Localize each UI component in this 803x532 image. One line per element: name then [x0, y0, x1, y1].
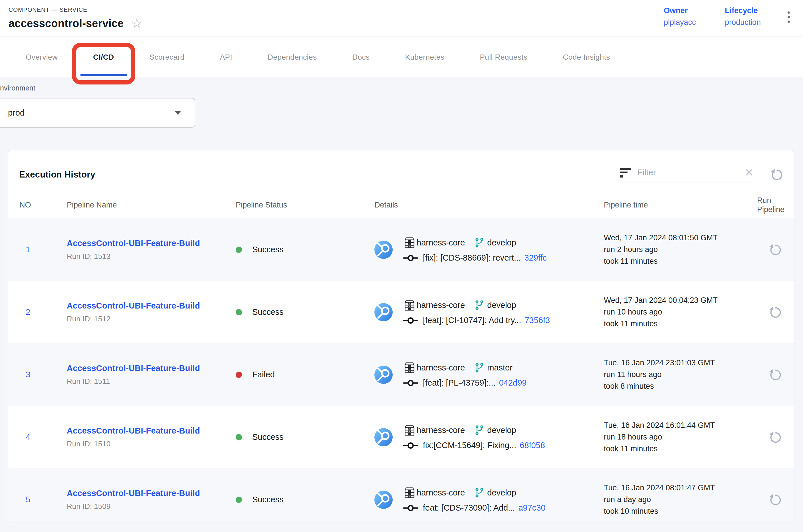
environment-select[interactable]: prod	[0, 98, 195, 128]
filter-input[interactable]	[637, 168, 744, 177]
tab-overview[interactable]: Overview	[8, 37, 75, 77]
harness-pipeline-icon[interactable]	[375, 303, 393, 321]
table-row: 2 AccessControl-UBI-Feature-Build Run ID…	[8, 281, 794, 343]
tab-bar: Overview CI/CD Scorecard API Dependencie…	[0, 37, 803, 77]
tab-code-insights[interactable]: Code Insights	[545, 37, 628, 77]
status-label: Success	[252, 432, 284, 442]
refresh-icon[interactable]	[770, 168, 784, 182]
filter-icon	[620, 167, 631, 178]
table-row: 1 AccessControl-UBI-Feature-Build Run ID…	[8, 218, 794, 281]
commit-message: [feat]: [CI-10747]: Add try...	[423, 316, 521, 325]
run-pipeline-icon[interactable]	[768, 493, 794, 507]
tab-cicd[interactable]: CI/CD	[75, 37, 132, 77]
page-title: accesscontrol-service	[8, 17, 123, 30]
tab-pull-requests[interactable]: Pull Requests	[462, 37, 545, 77]
repository-name: harness-core	[417, 301, 465, 310]
commit-hash-link[interactable]: 042d99	[499, 378, 527, 387]
harness-pipeline-icon[interactable]	[375, 428, 393, 446]
row-number: 4	[19, 432, 67, 442]
commit-message: feat: [CDS-73090]: Add...	[423, 503, 515, 513]
harness-pipeline-icon[interactable]	[375, 241, 393, 259]
col-header-details: Details	[375, 201, 604, 209]
git-branch-icon	[474, 237, 485, 248]
pipeline-name-link[interactable]: AccessControl-UBI-Feature-Build	[67, 239, 236, 248]
run-pipeline-icon[interactable]	[768, 431, 794, 444]
commit-hash-link[interactable]: 7356f3	[524, 316, 550, 325]
tab-scorecard[interactable]: Scorecard	[132, 37, 202, 77]
pipeline-time-duration: took 8 minutes	[604, 380, 757, 392]
commit-message: fix:[CCM-15649]: Fixing...	[423, 441, 516, 450]
commit-hash-link[interactable]: 329ffc	[524, 253, 547, 263]
repository-name: harness-core	[417, 488, 465, 497]
pipeline-time-date: Wed, 17 Jan 2024 00:04:23 GMT	[604, 294, 757, 306]
branch-name: develop	[487, 301, 516, 310]
branch-name: develop	[487, 425, 516, 435]
pipeline-name-link[interactable]: AccessControl-UBI-Feature-Build	[67, 426, 236, 436]
pipeline-time-date: Wed, 17 Jan 2024 08:01:50 GMT	[604, 232, 757, 244]
status-dot	[236, 309, 242, 316]
execution-history-table: NO Pipeline Name Pipeline Status Details…	[8, 192, 794, 521]
status-dot	[236, 247, 242, 253]
status-label: Success	[252, 245, 284, 254]
repository-icon	[403, 362, 415, 374]
run-pipeline-icon[interactable]	[768, 368, 794, 382]
col-header-run-pipeline: Run Pipeline	[757, 196, 791, 214]
pipeline-time-duration: took 11 minutes	[604, 443, 757, 455]
run-id: Run ID: 1511	[67, 377, 236, 386]
pipeline-name-link[interactable]: AccessControl-UBI-Feature-Build	[67, 364, 236, 373]
run-id: Run ID: 1513	[67, 252, 236, 261]
commit-hash-link[interactable]: 68f058	[520, 441, 545, 450]
branch-name: develop	[487, 488, 516, 497]
status-dot	[236, 497, 242, 503]
git-commit-icon	[403, 254, 418, 262]
clear-filter-icon[interactable]	[744, 168, 754, 177]
repository-icon	[403, 299, 415, 311]
harness-pipeline-icon[interactable]	[375, 366, 393, 384]
run-id: Run ID: 1512	[67, 315, 236, 323]
owner-link[interactable]: plplayacc	[664, 18, 707, 27]
pipeline-time-relative: run a day ago	[604, 494, 757, 506]
row-number: 1	[19, 245, 67, 254]
row-number: 2	[19, 307, 67, 317]
chevron-down-icon	[175, 111, 181, 115]
status-label: Success	[252, 495, 284, 504]
commit-message: [feat]: [PL-43759]:...	[423, 378, 496, 387]
branch-name: develop	[487, 238, 516, 247]
commit-hash-link[interactable]: a97c30	[518, 503, 545, 513]
run-pipeline-icon[interactable]	[768, 305, 794, 319]
repository-name: harness-core	[417, 425, 465, 435]
tab-dependencies[interactable]: Dependencies	[250, 37, 334, 77]
environment-label: nvironment	[0, 84, 803, 92]
row-number: 3	[19, 370, 67, 379]
table-row: 5 AccessControl-UBI-Feature-Build Run ID…	[8, 468, 794, 521]
entity-kind-overline: COMPONENT — SERVICE	[8, 6, 142, 13]
tab-cicd-label: CI/CD	[93, 53, 114, 62]
page-header: COMPONENT — SERVICE accesscontrol-servic…	[0, 0, 803, 37]
filter-box	[620, 167, 754, 183]
status-label: Success	[252, 307, 284, 317]
pipeline-time-relative: run 18 hours ago	[604, 431, 757, 443]
kebab-menu-icon[interactable]	[786, 8, 791, 26]
git-commit-icon	[403, 316, 418, 325]
status-dot	[236, 434, 242, 440]
tab-docs[interactable]: Docs	[334, 37, 387, 77]
repository-name: harness-core	[417, 363, 465, 373]
favorite-star-icon[interactable]: ☆	[131, 17, 142, 30]
repository-icon	[403, 487, 415, 499]
repository-icon	[403, 424, 415, 436]
pipeline-time-relative: run 10 hours ago	[604, 306, 757, 318]
repository-icon	[403, 236, 415, 249]
branch-name: master	[487, 363, 513, 373]
pipeline-name-link[interactable]: AccessControl-UBI-Feature-Build	[67, 489, 236, 498]
table-row: 4 AccessControl-UBI-Feature-Build Run ID…	[8, 406, 794, 468]
pipeline-time-duration: took 11 minutes	[604, 318, 757, 330]
harness-pipeline-icon[interactable]	[375, 491, 393, 509]
pipeline-name-link[interactable]: AccessControl-UBI-Feature-Build	[67, 301, 236, 310]
table-header-row: NO Pipeline Name Pipeline Status Details…	[8, 192, 794, 218]
git-commit-icon	[403, 441, 418, 450]
run-pipeline-icon[interactable]	[768, 243, 794, 256]
tab-kubernetes[interactable]: Kubernetes	[387, 37, 462, 77]
lifecycle-label: Lifecycle	[725, 6, 768, 15]
tab-api[interactable]: API	[202, 37, 250, 77]
run-id: Run ID: 1510	[67, 439, 236, 449]
